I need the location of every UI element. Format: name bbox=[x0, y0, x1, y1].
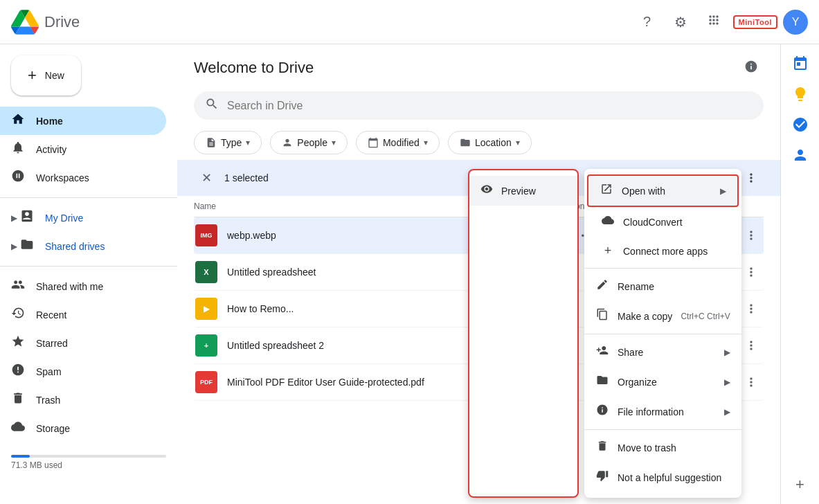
close-selection-button[interactable]: ✕ bbox=[194, 165, 219, 190]
chevron-right-icon: ▶ bbox=[11, 242, 17, 251]
shared-drives-icon bbox=[20, 237, 34, 255]
sidebar-item-shared-drives[interactable]: ▶ Shared drives bbox=[0, 232, 166, 260]
open-with-icon bbox=[600, 183, 613, 199]
preview-menu-item[interactable]: Preview bbox=[469, 176, 577, 206]
move-trash-menu-item[interactable]: Move to trash bbox=[584, 433, 741, 462]
filter-modified-label: Modified bbox=[383, 137, 420, 148]
share-icon bbox=[595, 344, 609, 360]
right-sidebar-add-button[interactable]: + bbox=[786, 471, 814, 498]
sidebar-item-home[interactable]: Home bbox=[0, 107, 166, 135]
sidebar-item-label: Recent bbox=[36, 309, 66, 321]
filter-type-label: Type bbox=[221, 137, 242, 148]
sidebar-divider-2 bbox=[0, 266, 177, 267]
file-info-menu-item[interactable]: File information ▶ bbox=[584, 397, 741, 426]
shortcut-label: Ctrl+C Ctrl+V bbox=[681, 312, 730, 321]
not-helpful-menu-item[interactable]: Not a helpful suggestion bbox=[584, 462, 741, 492]
file-info-label: File information bbox=[618, 406, 684, 417]
filter-people-label: People bbox=[297, 137, 327, 148]
filter-type-button[interactable]: Type ▾ bbox=[194, 131, 262, 154]
more-sel-button[interactable] bbox=[739, 165, 764, 190]
chevron-down-icon: ▾ bbox=[424, 138, 428, 147]
shared-with-me-icon bbox=[11, 278, 25, 295]
share-menu-item[interactable]: Share ▶ bbox=[584, 337, 741, 367]
help-icon: ? bbox=[643, 14, 651, 30]
my-drive-icon bbox=[20, 209, 34, 226]
info-icon bbox=[744, 60, 758, 77]
thumbs-down-icon bbox=[595, 469, 609, 485]
context-menu-container: Preview Open with ▶ Clo bbox=[468, 169, 741, 498]
main-layout: + New Home Activity Workspaces ▶ bbox=[0, 44, 819, 504]
file-icon-slides: ▶ bbox=[194, 296, 219, 321]
file-more-button[interactable] bbox=[739, 223, 764, 248]
apps-grid-icon bbox=[707, 13, 721, 30]
connect-apps-label: Connect more apps bbox=[623, 246, 708, 257]
right-sidebar: + bbox=[780, 44, 819, 504]
sidebar-item-storage[interactable]: Storage bbox=[0, 414, 166, 442]
connect-apps-menu-item[interactable]: + Connect more apps bbox=[584, 237, 741, 265]
right-sidebar-keep[interactable] bbox=[786, 80, 814, 108]
sidebar-item-label: Workspaces bbox=[36, 172, 89, 183]
sidebar-item-starred[interactable]: Starred bbox=[0, 329, 166, 357]
sidebar-item-label: Spam bbox=[36, 366, 62, 377]
activity-icon bbox=[11, 141, 25, 158]
apps-button[interactable] bbox=[700, 8, 728, 36]
content-header: Welcome to Drive bbox=[177, 44, 780, 86]
sidebar-item-shared-with-me[interactable]: Shared with me bbox=[0, 272, 166, 300]
not-helpful-label: Not a helpful suggestion bbox=[618, 472, 721, 483]
file-more-button[interactable] bbox=[739, 333, 764, 358]
settings-icon: ⚙ bbox=[674, 14, 687, 30]
file-more-button[interactable] bbox=[739, 370, 764, 395]
search-input[interactable] bbox=[227, 100, 753, 112]
new-button[interactable]: + New bbox=[11, 55, 81, 96]
logo-area: Drive bbox=[11, 8, 177, 36]
rename-icon bbox=[595, 278, 609, 294]
menu-divider bbox=[584, 429, 741, 430]
open-with-label: Open with bbox=[622, 186, 665, 197]
logo-text: Drive bbox=[44, 13, 80, 31]
home-icon bbox=[11, 112, 25, 129]
filter-location-label: Location bbox=[475, 137, 512, 148]
sidebar-item-label: Storage bbox=[36, 423, 70, 434]
storage-used-label: 71.3 MB used bbox=[11, 460, 62, 470]
info-button[interactable] bbox=[739, 55, 764, 80]
submenu-arrow-icon: ▶ bbox=[724, 407, 730, 417]
preview-context-menu: Preview bbox=[468, 169, 579, 498]
sidebar-item-workspaces[interactable]: Workspaces bbox=[0, 163, 166, 192]
make-copy-menu-item[interactable]: Make a copy Ctrl+C Ctrl+V bbox=[584, 301, 741, 331]
content-area: Welcome to Drive Type ▾ People bbox=[177, 44, 780, 504]
right-sidebar-calendar[interactable] bbox=[786, 50, 814, 78]
chevron-down-icon: ▾ bbox=[332, 138, 336, 147]
open-with-menu-item[interactable]: Open with ▶ bbox=[587, 174, 739, 207]
sidebar-item-label: Shared drives bbox=[45, 241, 155, 252]
file-info-icon bbox=[595, 404, 609, 420]
right-sidebar-tasks[interactable] bbox=[786, 111, 814, 138]
filter-location-button[interactable]: Location ▾ bbox=[448, 131, 532, 154]
chevron-down-icon: ▾ bbox=[246, 138, 250, 147]
sidebar-item-recent[interactable]: Recent bbox=[0, 300, 166, 329]
sidebar-item-label: Home bbox=[36, 116, 63, 127]
file-more-button[interactable] bbox=[739, 260, 764, 285]
filter-people-button[interactable]: People ▾ bbox=[270, 131, 348, 154]
sidebar-item-my-drive[interactable]: ▶ My Drive bbox=[0, 204, 166, 232]
rename-label: Rename bbox=[618, 281, 654, 292]
sidebar-item-activity[interactable]: Activity bbox=[0, 135, 166, 163]
file-more-button[interactable] bbox=[739, 296, 764, 321]
topbar-icons: ? ⚙ MiniTool Y bbox=[633, 8, 808, 36]
rename-menu-item[interactable]: Rename bbox=[584, 271, 741, 301]
right-sidebar-contacts[interactable] bbox=[786, 141, 814, 169]
filter-modified-button[interactable]: Modified ▾ bbox=[356, 131, 440, 154]
organize-menu-item[interactable]: Organize ▶ bbox=[584, 367, 741, 397]
menu-divider bbox=[584, 334, 741, 334]
settings-button[interactable]: ⚙ bbox=[667, 8, 694, 36]
sidebar-item-trash[interactable]: Trash bbox=[0, 386, 166, 414]
submenu-arrow-icon: ▶ bbox=[720, 186, 726, 196]
trash-icon bbox=[595, 440, 609, 456]
minitool-badge: MiniTool bbox=[733, 15, 777, 29]
help-button[interactable]: ? bbox=[633, 8, 661, 36]
storage-bar-fill bbox=[11, 455, 30, 458]
avatar[interactable]: Y bbox=[783, 10, 808, 35]
sidebar-item-label: Shared with me bbox=[36, 281, 103, 292]
cloudconvert-menu-item[interactable]: CloudConvert bbox=[584, 207, 741, 237]
submenu-arrow-icon: ▶ bbox=[724, 348, 730, 357]
sidebar-item-spam[interactable]: Spam bbox=[0, 357, 166, 386]
